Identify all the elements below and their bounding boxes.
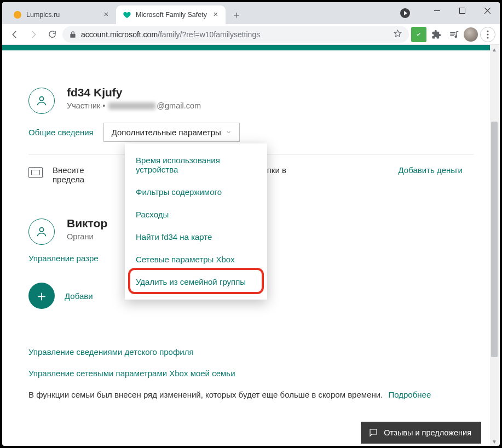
browser-menu-button[interactable] — [480, 27, 495, 42]
close-icon[interactable]: × — [102, 10, 111, 19]
tab-title: Microsoft Family Safety — [136, 11, 208, 19]
member-avatar-icon — [28, 219, 55, 245]
address-bar[interactable]: account.microsoft.com/family/?ref=w10fam… — [62, 26, 409, 43]
add-money-link[interactable]: Добавить деньги — [398, 165, 474, 175]
dropdown-item-spending[interactable]: Расходы — [125, 203, 267, 226]
more-options-dropdown-button[interactable]: Дополнительные параметры — [103, 123, 240, 142]
add-member-label[interactable]: Добави — [65, 291, 93, 301]
media-playing-icon[interactable] — [400, 8, 410, 18]
chevron-down-icon — [226, 129, 232, 135]
tab-overview[interactable]: Общие сведения — [28, 128, 94, 137]
member-avatar-icon — [28, 88, 55, 114]
extension-adblock-icon[interactable] — [411, 27, 426, 42]
money-card-icon — [28, 167, 43, 178]
lock-icon — [69, 31, 77, 38]
nav-forward-button[interactable] — [25, 26, 42, 43]
browser-tab-active[interactable]: Microsoft Family Safety × — [116, 5, 226, 24]
svg-point-3 — [487, 33, 488, 35]
address-url: account.microsoft.com/family/?ref=w10fam… — [81, 30, 260, 39]
member-name: fd34 Kjufy — [67, 86, 201, 99]
svg-point-5 — [39, 97, 43, 101]
more-options-label: Дополнительные параметры — [112, 128, 221, 137]
dropdown-item-xbox[interactable]: Сетевые параметры Xbox — [125, 248, 267, 271]
svg-rect-0 — [434, 10, 440, 11]
tab-title: Lumpics.ru — [26, 11, 99, 19]
email-redacted — [108, 102, 155, 110]
browser-tab-inactive[interactable]: Lumpics.ru × — [7, 5, 116, 24]
add-member-button[interactable]: ＋ — [28, 283, 55, 309]
window-controls — [424, 2, 500, 24]
manage-xbox-network-link[interactable]: Управление сетевыми параметрами Xbox мое… — [28, 369, 474, 378]
feedback-label: Отзывы и предложения — [384, 428, 471, 437]
favicon-family-safety — [123, 10, 131, 19]
member-role: Органи — [67, 232, 107, 241]
window-maximize-button[interactable] — [449, 2, 475, 19]
dropdown-item-content[interactable]: Фильтры содержимого — [125, 181, 267, 203]
favicon-lumpics — [13, 10, 22, 19]
nav-reload-button[interactable] — [44, 26, 60, 43]
learn-more-link[interactable]: Подробнее — [388, 390, 431, 399]
media-queue-icon[interactable] — [446, 27, 461, 42]
more-options-dropdown: Время использования устройства Фильтры с… — [125, 143, 267, 300]
window-close-button[interactable] — [475, 2, 500, 19]
manage-child-info-link[interactable]: Управление сведениями детского профиля — [28, 347, 474, 357]
browser-toolbar: account.microsoft.com/family/?ref=w10fam… — [2, 24, 500, 45]
header-strip — [2, 45, 490, 50]
dropdown-item-remove[interactable]: Удалить из семейной группы — [125, 271, 267, 293]
funds-text: Внеситепредела — [53, 165, 84, 184]
chat-icon — [368, 428, 378, 438]
changes-notice: В функции семьи был внесен ряд изменений… — [28, 390, 474, 399]
family-member-card: fd34 Kjufy Участник • @gmail.com — [28, 86, 474, 114]
bookmark-star-icon[interactable] — [393, 29, 402, 40]
dropdown-item-screentime[interactable]: Время использования устройства — [125, 149, 267, 181]
member-name: Виктор — [67, 217, 107, 230]
member-role: Участник • @gmail.com — [67, 101, 201, 110]
new-tab-button[interactable]: ＋ — [229, 7, 244, 22]
svg-point-6 — [39, 228, 43, 232]
feedback-button[interactable]: Отзывы и предложения — [361, 422, 481, 444]
extensions-puzzle-icon[interactable] — [429, 27, 444, 42]
svg-rect-1 — [459, 8, 465, 13]
nav-back-button[interactable] — [7, 26, 23, 43]
window-minimize-button[interactable] — [424, 2, 449, 19]
profile-avatar[interactable] — [464, 27, 478, 42]
browser-titlebar: Lumpics.ru × Microsoft Family Safety × ＋ — [2, 2, 500, 24]
dropdown-item-findonmap[interactable]: Найти fd34 на карте — [125, 226, 267, 248]
svg-point-4 — [487, 37, 488, 38]
close-icon[interactable]: × — [211, 10, 220, 19]
svg-point-2 — [487, 30, 488, 32]
